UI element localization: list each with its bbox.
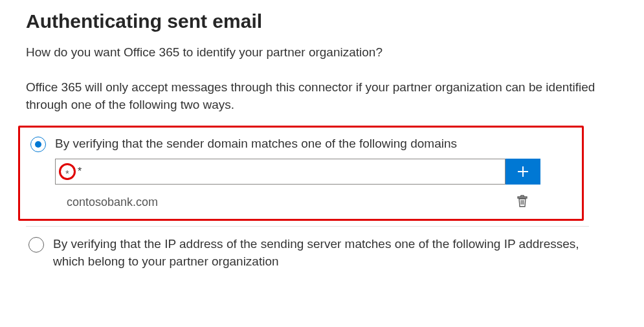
add-domain-button[interactable]	[505, 159, 540, 185]
radio-domain[interactable]	[30, 137, 46, 152]
annotation-highlight-box: By verifying that the sender domain matc…	[18, 126, 584, 221]
domain-list-item-text: contosobank.com	[67, 196, 158, 209]
radio-ip[interactable]	[28, 237, 44, 253]
delete-domain-button[interactable]	[516, 194, 529, 211]
trash-icon	[516, 194, 529, 208]
option-domain[interactable]: By verifying that the sender domain matc…	[30, 135, 572, 216]
page-title: Authenticating sent email	[26, 10, 618, 32]
option-separator	[26, 226, 589, 227]
plus-icon	[516, 165, 529, 178]
option-ip[interactable]: By verifying that the IP address of the …	[28, 236, 611, 270]
domain-input[interactable]	[55, 159, 505, 185]
description-text: Office 365 will only accept messages thr…	[26, 78, 618, 114]
option-ip-label: By verifying that the IP address of the …	[53, 236, 584, 270]
lead-question: How do you want Office 365 to identify y…	[26, 44, 618, 62]
option-domain-label: By verifying that the sender domain matc…	[55, 135, 572, 153]
domain-list-item: contosobank.com	[55, 190, 540, 215]
